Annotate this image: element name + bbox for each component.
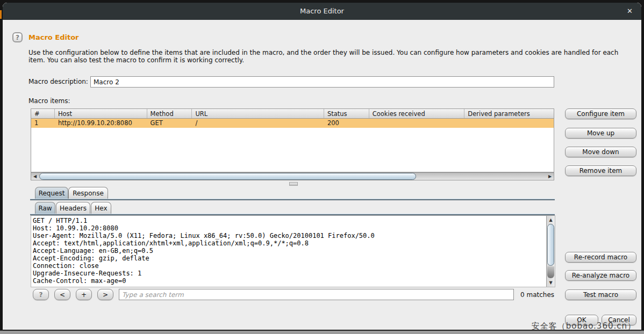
ok-button[interactable]: OK xyxy=(565,315,598,325)
tab-divider xyxy=(30,199,555,200)
macro-description-input[interactable] xyxy=(90,76,554,88)
help-icon[interactable]: ? xyxy=(12,32,23,42)
page-title: Macro Editor xyxy=(28,33,78,41)
cell-derived xyxy=(464,119,554,128)
search-add-button[interactable]: + xyxy=(76,289,92,300)
vertical-scroll-thumb[interactable] xyxy=(547,224,554,266)
col-url[interactable]: URL xyxy=(192,109,324,118)
horizontal-scroll-thumb[interactable] xyxy=(39,173,416,180)
titlebar[interactable]: Macro Editor ✕ xyxy=(3,3,641,20)
scroll-left-icon[interactable]: ◀ xyxy=(31,173,39,180)
tab-response[interactable]: Response xyxy=(68,187,108,199)
macro-description-label: Macro description: xyxy=(28,78,88,85)
move-up-button[interactable]: Move up xyxy=(565,128,636,139)
close-icon[interactable]: ✕ xyxy=(627,7,633,15)
cell-num: 1 xyxy=(31,119,55,128)
request-vertical-scrollbar[interactable]: ▲ ▼ xyxy=(546,216,555,287)
search-next-button[interactable]: > xyxy=(97,289,113,300)
cell-method: GET xyxy=(147,119,192,128)
col-num[interactable]: # xyxy=(31,109,55,118)
remove-item-button[interactable]: Remove item xyxy=(565,165,636,176)
cell-status: 200 xyxy=(324,119,369,128)
table-row[interactable]: 1 http://10.99.10.20:8080 GET / 200 xyxy=(31,119,554,128)
cell-url: / xyxy=(192,119,324,128)
search-input[interactable] xyxy=(119,289,514,300)
macro-items-table: # Host Method URL Status Cookies receive… xyxy=(31,108,554,172)
scroll-right-icon[interactable]: ▶ xyxy=(546,173,554,180)
request-editor[interactable]: GET / HTTP/1.1 Host: 10.99.10.20:8080 Us… xyxy=(31,215,555,287)
col-status[interactable]: Status xyxy=(324,109,369,118)
reanalyze-macro-button[interactable]: Re-analyze macro xyxy=(565,270,636,281)
tab-request[interactable]: Request xyxy=(35,187,68,199)
macro-editor-dialog: Macro Editor ✕ ? Macro Editor Use the co… xyxy=(2,2,642,330)
screen: Macro Editor ✕ ? Macro Editor Use the co… xyxy=(0,0,644,334)
table-horizontal-scrollbar[interactable]: ◀ ▶ xyxy=(31,172,554,180)
tab-hex[interactable]: Hex xyxy=(91,202,111,214)
configure-item-button[interactable]: Configure item xyxy=(565,108,636,119)
request-raw-text[interactable]: GET / HTTP/1.1 Host: 10.99.10.20:8080 Us… xyxy=(33,217,375,285)
split-pane-handle[interactable] xyxy=(289,182,298,186)
scroll-track-shadow xyxy=(547,266,554,278)
macro-items-label: Macro items: xyxy=(28,97,70,105)
match-count: 0 matches xyxy=(520,291,554,299)
col-cookies[interactable]: Cookies received xyxy=(369,109,465,118)
cancel-button[interactable]: Cancel xyxy=(602,315,636,325)
tab-raw[interactable]: Raw xyxy=(35,202,55,214)
col-host[interactable]: Host xyxy=(55,109,147,118)
col-method[interactable]: Method xyxy=(147,109,192,118)
scroll-up-icon[interactable]: ▲ xyxy=(547,216,555,223)
rerecord-macro-button[interactable]: Re-record macro xyxy=(565,252,636,263)
search-help-button[interactable]: ? xyxy=(33,289,49,300)
window-title: Macro Editor xyxy=(3,7,641,15)
move-down-button[interactable]: Move down xyxy=(565,147,636,157)
search-prev-button[interactable]: < xyxy=(54,289,70,300)
background-window-sliver xyxy=(0,10,2,19)
cell-cookies xyxy=(369,119,465,128)
scroll-down-icon[interactable]: ▼ xyxy=(547,279,555,286)
tab-headers[interactable]: Headers xyxy=(56,202,90,214)
background-strip xyxy=(0,330,644,334)
table-header: # Host Method URL Status Cookies receive… xyxy=(31,109,554,119)
description-text: Use the configuration below to define th… xyxy=(28,49,636,64)
col-derived[interactable]: Derived parameters xyxy=(464,109,554,118)
cell-host: http://10.99.10.20:8080 xyxy=(55,119,147,128)
test-macro-button[interactable]: Test macro xyxy=(565,289,636,300)
